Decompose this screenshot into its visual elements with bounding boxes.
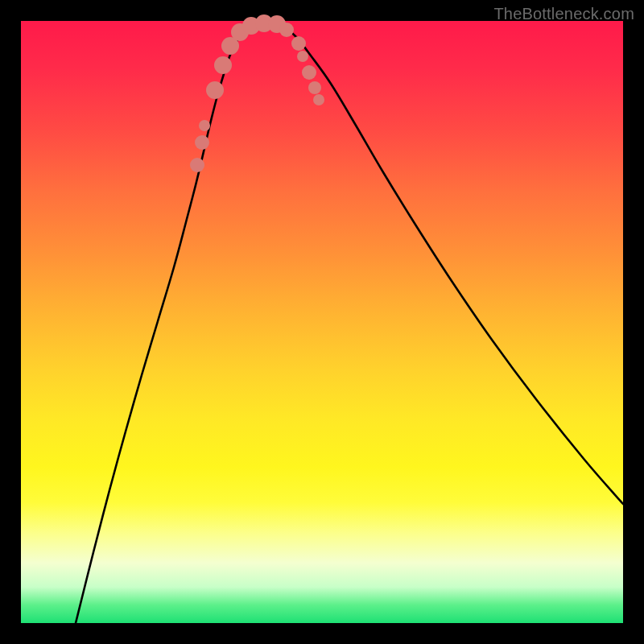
data-marker [206,81,224,99]
curve-group [76,23,623,623]
chart-svg [21,21,623,623]
data-marker [308,81,321,94]
data-marker [302,65,316,80]
marker-group [190,14,324,172]
data-marker [297,51,308,62]
data-marker [195,135,209,150]
data-marker [190,158,204,172]
data-marker [214,56,232,74]
data-marker [199,120,210,131]
data-marker [279,23,294,37]
data-marker [313,94,324,105]
bottleneck-curve [76,23,623,623]
watermark-text: TheBottleneck.com [493,5,634,23]
data-marker [291,36,306,51]
outer-frame: TheBottleneck.com [0,0,644,644]
